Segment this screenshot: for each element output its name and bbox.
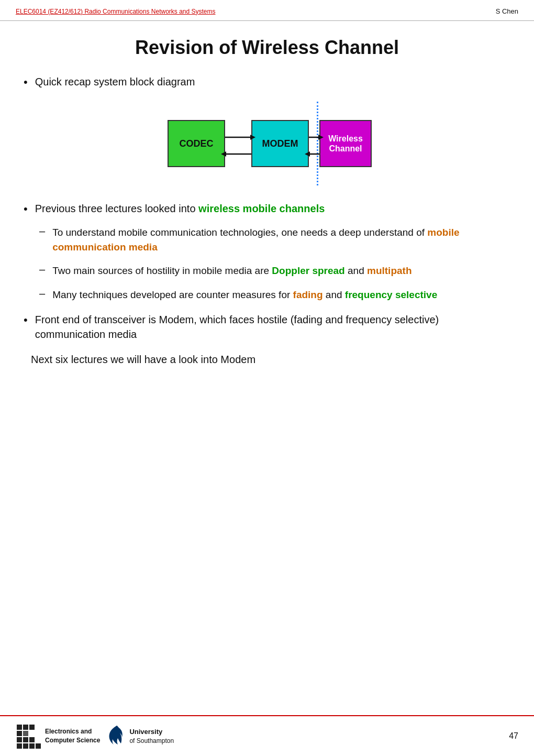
svg-rect-16	[17, 743, 22, 749]
sub-dash-3: –	[39, 288, 45, 300]
frequency-selective-highlight: frequency selective	[345, 289, 437, 300]
svg-rect-10	[29, 725, 35, 730]
ecs-line1: Electronics and	[45, 727, 100, 736]
svg-rect-19	[36, 743, 41, 749]
slide-title: Revision of Wireless Channel	[16, 37, 518, 59]
bullet-text-1: Quick recap system block diagram	[35, 74, 195, 89]
mobile-comm-media-highlight: mobile communication media	[52, 227, 459, 253]
modem-block: MODEM	[251, 120, 309, 167]
codec-block: CODEC	[168, 120, 225, 167]
svg-rect-13	[17, 737, 22, 742]
svg-rect-17	[23, 743, 28, 749]
doppler-spread-highlight: Doppler spread	[272, 265, 344, 276]
bullet-dot-1: •	[24, 75, 28, 89]
wireless-label: Wireless Channel	[328, 134, 363, 154]
title-section: Revision of Wireless Channel	[0, 21, 534, 69]
bullet-item-3: • Front end of transceiver is Modem, whi…	[24, 312, 510, 342]
page-footer: Electronics and Computer Science Univers…	[0, 715, 534, 756]
ecs-line2: Computer Science	[45, 736, 100, 745]
sub-item-2: – Two main sources of hostility in mobil…	[39, 264, 510, 278]
sub-text-3: Many techniques developed are counter me…	[52, 288, 437, 302]
soton-text: University of Southampton	[129, 727, 174, 746]
svg-rect-12	[23, 731, 28, 736]
bullet-text-3: Front end of transceiver is Modem, which…	[35, 312, 510, 342]
svg-rect-8	[17, 725, 22, 730]
ecs-icon	[16, 724, 41, 749]
bullet-dot-2: •	[24, 202, 28, 216]
bullet-text-2: Previous three lectures looked into wire…	[35, 201, 325, 216]
svg-rect-15	[29, 737, 35, 742]
sub-text-1: To understand mobile communication techn…	[52, 225, 510, 254]
bullet-item-2: • Previous three lectures looked into wi…	[24, 201, 510, 216]
diagram-inner: CODEC MODEM Wireless Channel	[157, 102, 377, 185]
bullet-item-1: • Quick recap system block diagram	[24, 74, 510, 89]
page-number: 47	[509, 731, 518, 741]
sub-item-3: – Many techniques developed are counter …	[39, 288, 510, 302]
next-six-lectures-text: Next six lectures we will have a look in…	[31, 354, 255, 365]
svg-rect-18	[29, 743, 35, 749]
codec-label: CODEC	[179, 138, 213, 149]
fading-highlight: fading	[293, 289, 323, 300]
dotted-separator	[317, 102, 318, 185]
sub-dash-2: –	[39, 264, 45, 276]
footer-logos: Electronics and Computer Science Univers…	[16, 724, 174, 749]
svg-rect-11	[17, 731, 22, 736]
multipath-highlight: multipath	[367, 265, 412, 276]
svg-rect-9	[23, 725, 28, 730]
next-line-section: Next six lectures we will have a look in…	[31, 352, 510, 367]
bullet-dot-3: •	[24, 313, 28, 327]
wireless-mobile-channels-highlight: wireless mobile channels	[198, 203, 325, 214]
svg-rect-14	[23, 737, 28, 742]
soton-line2: of Southampton	[129, 737, 174, 746]
sub-item-1: – To understand mobile communication tec…	[39, 225, 510, 254]
soton-line1: University	[129, 727, 174, 737]
wireless-channel-block: Wireless Channel	[319, 120, 372, 167]
sub-text-2: Two main sources of hostility in mobile …	[52, 264, 411, 278]
page-header: ELEC6014 (EZ412/612) Radio Communication…	[0, 0, 534, 21]
sub-dash-1: –	[39, 225, 45, 237]
soton-bird-icon	[107, 725, 126, 748]
modem-label: MODEM	[262, 138, 298, 149]
main-content: • Quick recap system block diagram CODEC…	[0, 69, 534, 377]
sub-bullets-section: – To understand mobile communication tec…	[39, 225, 510, 302]
course-title: ELEC6014 (EZ412/612) Radio Communication…	[16, 8, 216, 15]
author-name: S Chen	[496, 7, 518, 15]
ecs-logo: Electronics and Computer Science	[16, 724, 100, 749]
soton-logo: University of Southampton	[107, 725, 174, 748]
ecs-text: Electronics and Computer Science	[45, 727, 100, 745]
block-diagram: CODEC MODEM Wireless Channel	[24, 102, 510, 185]
